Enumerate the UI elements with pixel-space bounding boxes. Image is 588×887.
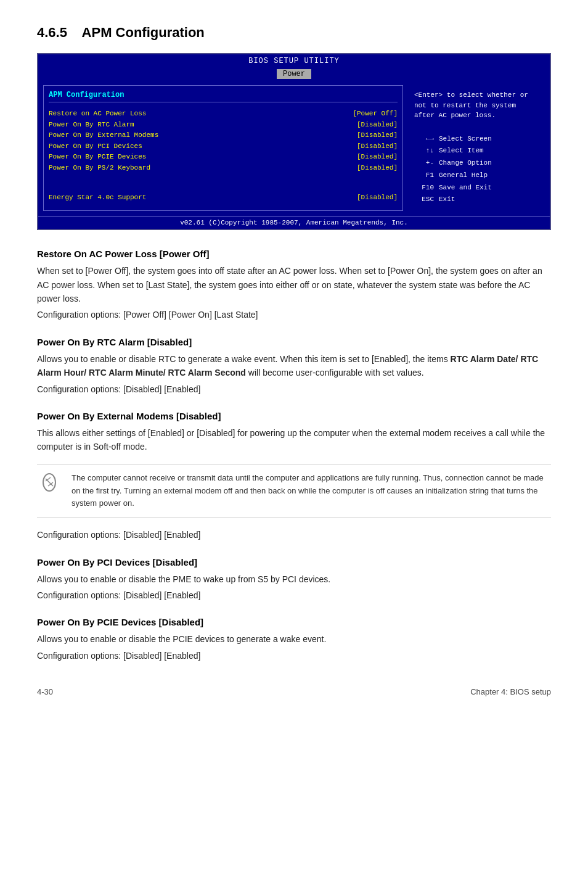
subsection-body: Allows you to enable or disable the PME … bbox=[37, 572, 551, 586]
bios-row-label: Power On By PCIE Devices bbox=[49, 152, 146, 163]
bios-footer: v02.61 (C)Copyright 1985-2007, American … bbox=[38, 216, 550, 229]
bios-key-action: Select Item bbox=[439, 145, 484, 157]
subsection-restore-ac: Restore On AC Power Loss [Power Off] Whe… bbox=[37, 249, 551, 322]
bios-row: Power On By PCI Devices[Disabled] bbox=[49, 141, 398, 152]
subsection-rtc-alarm: Power On By RTC Alarm [Disabled] Allows … bbox=[37, 337, 551, 396]
subsection-ext-modems: Power On By External Modems [Disabled] T… bbox=[37, 411, 551, 542]
bios-row: Power On By RTC Alarm[Disabled] bbox=[49, 120, 398, 131]
bios-row: Power On By External Modems[Disabled] bbox=[49, 130, 398, 141]
bios-row-value: [Power Off] bbox=[353, 109, 398, 120]
section-title: 4.6.5 APM Configuration bbox=[37, 25, 551, 41]
note-text: The computer cannot receive or transmit … bbox=[71, 472, 551, 510]
bios-key-row: ↑↓Select Item bbox=[414, 145, 540, 157]
note-icon bbox=[37, 472, 62, 497]
bios-separator bbox=[49, 179, 398, 188]
bios-screenshot: BIOS SETUP UTILITY Power APM Configurati… bbox=[37, 53, 551, 230]
subsection-pcie-devices: Power On By PCIE Devices [Disabled] Allo… bbox=[37, 617, 551, 662]
bios-content-area: APM Configuration Restore on AC Power Lo… bbox=[38, 80, 550, 216]
subsection-title: Power On By External Modems [Disabled] bbox=[37, 411, 551, 421]
bios-row: Power On By PCIE Devices[Disabled] bbox=[49, 152, 398, 163]
bios-row: Restore on AC Power Loss[Power Off] bbox=[49, 109, 398, 120]
bios-key: ←→ bbox=[414, 133, 434, 146]
bios-energy-value: [Disabled] bbox=[357, 192, 398, 204]
note-box: The computer cannot receive or transmit … bbox=[37, 464, 551, 518]
config-options: Configuration options: [Disabled] [Enabl… bbox=[37, 649, 551, 662]
bios-tab-bar: Power bbox=[38, 68, 550, 80]
bios-key: F10 bbox=[414, 182, 434, 194]
bios-key: +- bbox=[414, 157, 434, 170]
bios-row-label: Power On By RTC Alarm bbox=[49, 120, 134, 131]
bios-row-label: Restore on AC Power Loss bbox=[49, 109, 146, 120]
config-options: Configuration options: [Disabled] [Enabl… bbox=[37, 588, 551, 602]
bios-key: F1 bbox=[414, 170, 434, 182]
bios-key-row: ESCExit bbox=[414, 194, 540, 206]
bios-key-row: F1General Help bbox=[414, 170, 540, 182]
subsection-body: This allows either settings of [Enabled]… bbox=[37, 426, 551, 454]
bios-rows: Restore on AC Power Loss[Power Off]Power… bbox=[49, 109, 398, 174]
config-options: Configuration options: [Power Off] [Powe… bbox=[37, 308, 551, 321]
config-options: Configuration options: [Disabled] [Enabl… bbox=[37, 528, 551, 542]
bios-left-panel: APM Configuration Restore on AC Power Lo… bbox=[43, 85, 403, 211]
bios-key: ↑↓ bbox=[414, 145, 434, 157]
bios-row-label: Power On By External Modems bbox=[49, 130, 158, 141]
bios-key-action: General Help bbox=[439, 170, 488, 182]
subsection-body: When set to [Power Off], the system goes… bbox=[37, 264, 551, 305]
bios-key-action: Change Option bbox=[439, 157, 492, 170]
bios-row-label: Power On By PS/2 Keyboard bbox=[49, 163, 150, 174]
config-options: Configuration options: [Disabled] [Enabl… bbox=[37, 382, 551, 396]
bios-keys: ←→Select Screen↑↓Select Item+-Change Opt… bbox=[414, 133, 540, 207]
subsection-title: Power On By RTC Alarm [Disabled] bbox=[37, 337, 551, 347]
bios-row-label: Power On By PCI Devices bbox=[49, 141, 142, 152]
subsection-pci-devices: Power On By PCI Devices [Disabled] Allow… bbox=[37, 557, 551, 603]
bios-key-action: Select Screen bbox=[439, 133, 492, 146]
subsections-container: Restore On AC Power Loss [Power Off] Whe… bbox=[37, 249, 551, 662]
bios-row-value: [Disabled] bbox=[357, 141, 398, 152]
bios-row-value: [Disabled] bbox=[357, 120, 398, 131]
bios-right-panel: <Enter> to select whether or not to rest… bbox=[409, 85, 545, 211]
bios-energy-row: Energy Star 4.0c Support [Disabled] bbox=[49, 192, 398, 204]
bios-row-value: [Disabled] bbox=[357, 163, 398, 174]
subsection-body: Allows you to enable or disable RTC to g… bbox=[37, 352, 551, 380]
subsection-title: Power On By PCI Devices [Disabled] bbox=[37, 557, 551, 567]
page-footer: 4-30 Chapter 4: BIOS setup bbox=[37, 687, 551, 696]
bios-help-text: <Enter> to select whether or not to rest… bbox=[414, 90, 540, 121]
bios-key-row: ←→Select Screen bbox=[414, 133, 540, 146]
bios-row-value: [Disabled] bbox=[357, 130, 398, 141]
bios-energy-label: Energy Star 4.0c Support bbox=[49, 192, 146, 204]
bios-section-label: APM Configuration bbox=[49, 91, 398, 102]
bios-key: ESC bbox=[414, 194, 434, 206]
bios-key-action: Save and Exit bbox=[439, 182, 492, 194]
footer-right: Chapter 4: BIOS setup bbox=[470, 687, 551, 696]
footer-left: 4-30 bbox=[37, 687, 53, 696]
bios-row-value: [Disabled] bbox=[357, 152, 398, 163]
bios-row: Power On By PS/2 Keyboard[Disabled] bbox=[49, 163, 398, 174]
subsection-body: Allows you to enable or disable the PCIE… bbox=[37, 632, 551, 646]
bios-key-action: Exit bbox=[439, 194, 455, 206]
bios-tab-power: Power bbox=[277, 69, 311, 79]
bios-title: BIOS SETUP UTILITY bbox=[38, 54, 550, 68]
subsection-title: Power On By PCIE Devices [Disabled] bbox=[37, 617, 551, 627]
bios-key-row: +-Change Option bbox=[414, 157, 540, 170]
subsection-title: Restore On AC Power Loss [Power Off] bbox=[37, 249, 551, 259]
bios-key-row: F10Save and Exit bbox=[414, 182, 540, 194]
